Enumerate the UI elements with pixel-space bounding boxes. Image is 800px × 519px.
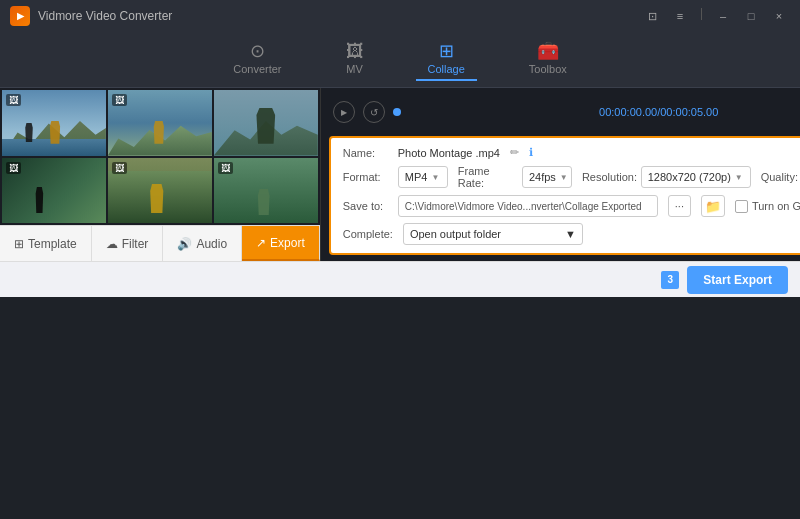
converter-icon: ⊙ xyxy=(250,42,265,60)
audio-label: Audio xyxy=(196,237,227,251)
left-thumb-4[interactable]: 🖼 xyxy=(2,158,106,224)
audio-icon: 🔊 xyxy=(177,237,192,251)
thumb-overlay-2: 🖼 xyxy=(112,94,127,106)
frame-rate-arrow: ▼ xyxy=(560,173,568,182)
thumb-overlay-1: 🖼 xyxy=(6,94,21,106)
title-bar: ▶ Vidmore Video Converter ⊡ ≡ – □ × xyxy=(0,0,800,32)
mv-icon: 🖼 xyxy=(346,42,364,60)
complete-arrow: ▼ xyxy=(565,228,576,240)
tab-mv-label: MV xyxy=(346,63,363,75)
right-panel: ▶ ↺ 00:00:00.00/00:00:05.00 🔊 2 Name: Ph… xyxy=(320,88,800,261)
export-icon: ↗ xyxy=(256,236,266,250)
start-export-button[interactable]: Start Export xyxy=(687,266,788,294)
browse-dots-button[interactable]: ··· xyxy=(668,195,691,217)
nav-tabs: ⊙ Converter 🖼 MV ⊞ Collage 🧰 Toolbox xyxy=(0,32,800,88)
format-arrow: ▼ xyxy=(431,173,439,182)
tab-export[interactable]: ↗ Export xyxy=(242,226,320,261)
frame-rate-label: Frame Rate: xyxy=(458,165,512,189)
tab-template[interactable]: ⊞ Template xyxy=(0,226,92,261)
save-path-display: C:\Vidmore\Vidmore Video...nverter\Colla… xyxy=(398,195,658,217)
complete-label: Complete: xyxy=(343,228,393,240)
template-label: Template xyxy=(28,237,77,251)
quality-label: Quality: xyxy=(761,171,800,183)
tab-collage-label: Collage xyxy=(428,63,465,75)
minimize-btn[interactable]: – xyxy=(712,8,734,24)
save-to-label: Save to: xyxy=(343,200,388,212)
resolution-select[interactable]: 1280x720 (720p) ▼ xyxy=(641,166,751,188)
tab-collage[interactable]: ⊞ Collage xyxy=(416,38,477,81)
resolution-arrow: ▼ xyxy=(735,173,743,182)
name-edit-icon[interactable]: ✏ xyxy=(510,146,519,159)
tab-toolbox[interactable]: 🧰 Toolbox xyxy=(517,38,579,81)
left-thumb-6[interactable]: 🖼 xyxy=(214,158,318,224)
chat-btn[interactable]: ⊡ xyxy=(641,8,663,24)
filter-label: Filter xyxy=(122,237,149,251)
time-display: 00:00:00.00/00:00:05.00 xyxy=(599,106,718,118)
frame-rate-select[interactable]: 24fps ▼ xyxy=(522,166,572,188)
app-title: Vidmore Video Converter xyxy=(38,9,641,23)
complete-row: Complete: Open output folder ▼ xyxy=(343,223,800,245)
gpu-acceleration-option[interactable]: Turn on GPU Acceleration xyxy=(735,200,800,213)
playback-controls: ▶ ↺ xyxy=(333,101,401,123)
bottom-bar: 3 Start Export xyxy=(0,261,800,297)
export-label: Export xyxy=(270,236,305,250)
name-value: Photo Montage .mp4 xyxy=(398,147,500,159)
export-panel: 2 Name: Photo Montage .mp4 ✏ ℹ Format: M… xyxy=(329,136,800,255)
close-btn[interactable]: × xyxy=(768,8,790,24)
thumb-overlay-4: 🖼 xyxy=(6,162,21,174)
left-panel: 🖼 🖼 xyxy=(0,88,320,261)
filter-icon: ☁ xyxy=(106,237,118,251)
tab-converter[interactable]: ⊙ Converter xyxy=(221,38,293,81)
main-area: 🖼 🖼 xyxy=(0,88,800,297)
template-icon: ⊞ xyxy=(14,237,24,251)
resolution-label: Resolution: xyxy=(582,171,631,183)
panels-row: 🖼 🖼 xyxy=(0,88,800,261)
tab-toolbox-label: Toolbox xyxy=(529,63,567,75)
tab-filter[interactable]: ☁ Filter xyxy=(92,226,164,261)
left-thumb-1[interactable]: 🖼 xyxy=(2,90,106,156)
format-row: Format: MP4 ▼ Frame Rate: 24fps ▼ Resolu… xyxy=(343,165,800,189)
logo-text: ▶ xyxy=(17,11,24,21)
tab-audio[interactable]: 🔊 Audio xyxy=(163,226,242,261)
format-label: Format: xyxy=(343,171,388,183)
info-icon[interactable]: ℹ xyxy=(529,146,533,159)
thumb-overlay-6: 🖼 xyxy=(218,162,233,174)
collage-icon: ⊞ xyxy=(439,42,454,60)
window-controls: ⊡ ≡ – □ × xyxy=(641,8,790,24)
name-row: Name: Photo Montage .mp4 ✏ ℹ xyxy=(343,146,800,159)
name-label: Name: xyxy=(343,147,388,159)
tab-mv[interactable]: 🖼 MV xyxy=(334,38,376,81)
play-button[interactable]: ▶ xyxy=(333,101,355,123)
left-thumb-5[interactable]: 🖼 xyxy=(108,158,212,224)
left-video-grid: 🖼 🖼 xyxy=(0,88,320,225)
progress-dot xyxy=(393,108,401,116)
left-thumb-2[interactable]: 🖼 xyxy=(108,90,212,156)
right-controls: ▶ ↺ 00:00:00.00/00:00:05.00 🔊 xyxy=(321,94,800,130)
complete-select[interactable]: Open output folder ▼ xyxy=(403,223,583,245)
left-tab-bar: ⊞ Template ☁ Filter 🔊 Audio ↗ Export xyxy=(0,225,320,261)
toolbox-icon: 🧰 xyxy=(537,42,559,60)
thumb-overlay-5: 🖼 xyxy=(112,162,127,174)
save-to-row: Save to: C:\Vidmore\Vidmore Video...nver… xyxy=(343,195,800,217)
folder-icon-button[interactable]: 📁 xyxy=(701,195,725,217)
menu-btn[interactable]: ≡ xyxy=(669,8,691,24)
step-number-3: 3 xyxy=(661,271,679,289)
gpu-label: Turn on GPU Acceleration xyxy=(752,200,800,212)
gpu-checkbox-box[interactable] xyxy=(735,200,748,213)
left-thumb-3[interactable] xyxy=(214,90,318,156)
maximize-btn[interactable]: □ xyxy=(740,8,762,24)
app-logo: ▶ xyxy=(10,6,30,26)
format-select[interactable]: MP4 ▼ xyxy=(398,166,448,188)
loop-button[interactable]: ↺ xyxy=(363,101,385,123)
tab-converter-label: Converter xyxy=(233,63,281,75)
